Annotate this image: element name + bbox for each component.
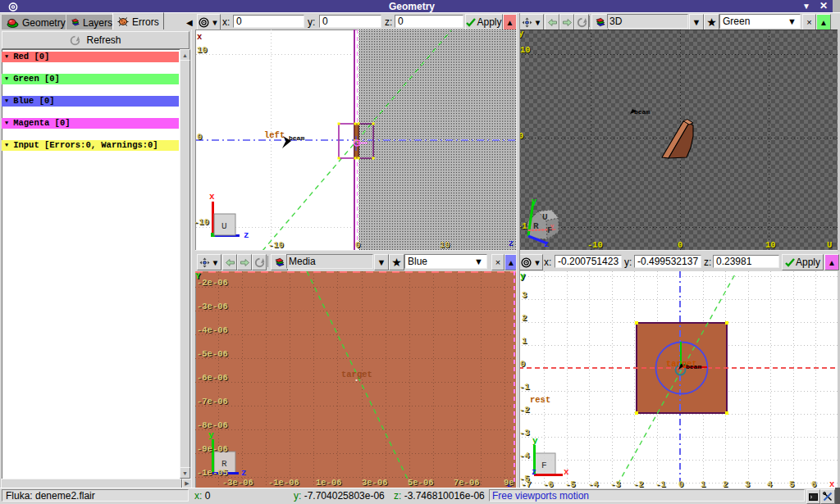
svg-text:x: x	[197, 32, 203, 42]
svg-text:U: U	[221, 221, 227, 231]
svg-text:F: F	[541, 461, 547, 470]
svg-text:beam: beam	[289, 134, 304, 142]
svg-text:rest: rest	[530, 395, 550, 405]
svg-text:target: target	[341, 370, 372, 379]
svg-text:x: x	[209, 192, 215, 202]
svg-text:beam: beam	[686, 363, 701, 370]
svg-text:z: z	[241, 468, 247, 478]
svg-text:y: y	[532, 436, 538, 446]
svg-text:left: left	[264, 130, 285, 140]
svg-text:beam: beam	[634, 108, 650, 116]
svg-text:y: y	[520, 271, 526, 281]
svg-text:R: R	[533, 221, 539, 231]
svg-text:z: z	[544, 239, 549, 249]
svg-text:z: z	[532, 468, 536, 477]
svg-text:x: x	[564, 467, 569, 477]
svg-text:y: y	[532, 197, 537, 207]
svg-text:z: z	[509, 238, 514, 248]
svg-text:z: z	[244, 230, 249, 240]
svg-text:x: x	[829, 479, 835, 488]
svg-text:y: y	[208, 430, 214, 440]
svg-text:U: U	[542, 212, 548, 222]
